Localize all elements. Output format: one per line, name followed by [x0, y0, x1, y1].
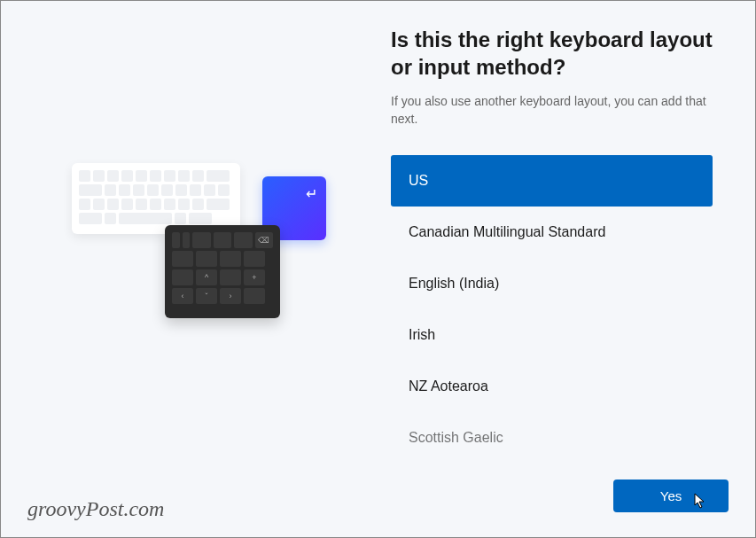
- oobe-container: ↵ ⌫ ^+ ‹ˇ› Is this the right keyboard la…: [1, 1, 755, 537]
- illustration-panel: ↵ ⌫ ^+ ‹ˇ›: [1, 1, 382, 537]
- layout-option-us[interactable]: US: [391, 155, 713, 207]
- yes-button[interactable]: Yes: [613, 480, 729, 512]
- layout-option-canadian[interactable]: Canadian Multilingual Standard: [391, 207, 713, 258]
- layout-option-scottish[interactable]: Scottish Gaelic: [391, 412, 713, 464]
- layout-label: NZ Aotearoa: [409, 378, 488, 394]
- watermark-text: groovyPost.com: [27, 497, 164, 521]
- layout-label: English (India): [409, 276, 499, 291]
- layout-label: US: [409, 173, 428, 188]
- keyboard-illustration: ↵ ⌫ ^+ ‹ˇ›: [58, 145, 324, 340]
- page-heading: Is this the right keyboard layout or inp…: [391, 26, 713, 81]
- layout-option-irish[interactable]: Irish: [391, 309, 713, 361]
- layout-option-nz[interactable]: NZ Aotearoa: [391, 361, 713, 412]
- keyboard-layout-list[interactable]: US Canadian Multilingual Standard Englis…: [391, 155, 713, 512]
- layout-label: Irish: [409, 327, 435, 342]
- layout-option-english-india[interactable]: English (India): [391, 258, 713, 309]
- content-panel: Is this the right keyboard layout or inp…: [382, 1, 755, 537]
- layout-label: Canadian Multilingual Standard: [409, 224, 605, 239]
- layout-label: Scottish Gaelic: [409, 430, 503, 445]
- footer: Yes: [613, 471, 729, 521]
- dark-numpad-graphic: ⌫ ^+ ‹ˇ›: [165, 225, 280, 318]
- page-subtext: If you also use another keyboard layout,…: [391, 93, 713, 128]
- white-keyboard-graphic: [72, 163, 240, 234]
